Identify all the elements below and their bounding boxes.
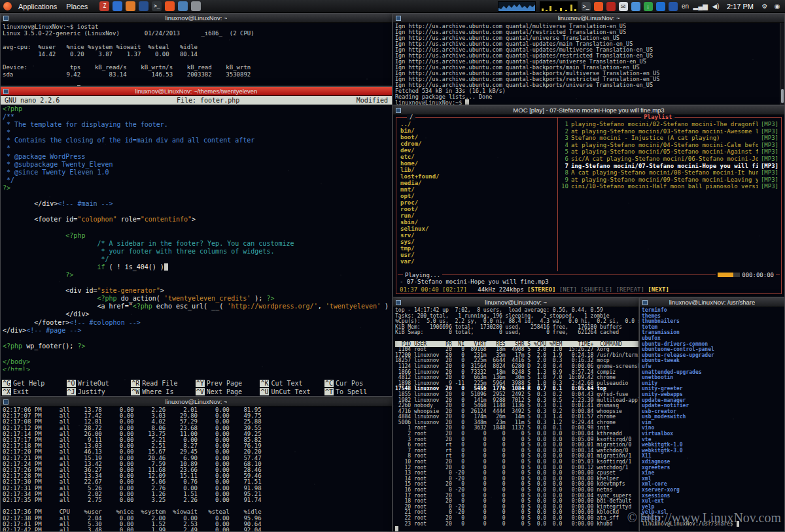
nano-shortcut[interactable]: ^XExit bbox=[2, 388, 67, 396]
bluetooth-tray-icon[interactable] bbox=[669, 2, 678, 11]
nano-shortcut[interactable]: ^UUnCut Text bbox=[260, 388, 324, 396]
window-titlebar[interactable]: linuxnov@LinuxNov: ~ bbox=[1, 14, 392, 23]
nano-shortcut[interactable]: ^OWriteOut bbox=[67, 379, 131, 388]
moc-directory-entry[interactable]: sys/ bbox=[400, 239, 553, 245]
moc-mixer-bar[interactable] bbox=[718, 273, 740, 277]
terminal-output[interactable]: 02:17:06 PM all 13.78 0.00 2.26 2.01 0.0… bbox=[1, 407, 392, 531]
keyboard-layout-indicator[interactable]: en bbox=[681, 2, 690, 11]
moc-file-browser[interactable]: ../bin/boot/cdrom/dev/etc/home/lib/lost+… bbox=[396, 118, 558, 271]
track-title: at playing-Stefano mocini/05-Stefano moc… bbox=[571, 148, 758, 156]
terminal-launcher-icon[interactable]: >_ bbox=[152, 1, 162, 11]
nano-shortcut[interactable]: ^CCur Pos bbox=[324, 379, 389, 388]
moc-directory-entry[interactable]: run/ bbox=[400, 212, 553, 219]
moc-directory-entry[interactable]: srv/ bbox=[400, 232, 553, 239]
chrome-tray-icon[interactable] bbox=[631, 2, 640, 11]
terminal-output[interactable]: linuxnov@LinuxNov:~$ iostatLinux 3.5.0-2… bbox=[1, 23, 392, 86]
moc-directory-entry[interactable]: tmp/ bbox=[400, 245, 553, 252]
moc-directory-entry[interactable]: lib/ bbox=[400, 167, 553, 173]
window-titlebar[interactable]: linuxnov@LinuxNov: ~ bbox=[393, 14, 784, 23]
scrollbar[interactable] bbox=[780, 23, 784, 105]
window-titlebar[interactable]: MOC [play] - 07-Stefano mocini-Hope you … bbox=[393, 106, 784, 115]
terminal-output[interactable]: top - 14:17:42 up 7:02, 8 users, load av… bbox=[393, 307, 638, 531]
window-titlebar-active[interactable]: linuxnov@LinuxNov: ~/themes/twentyeleven bbox=[1, 87, 392, 96]
track-number: 7 bbox=[561, 163, 568, 170]
applications-menu[interactable]: Applications bbox=[16, 0, 60, 13]
line: 01:37 00:40 [02:17] 44kHz 224kbps [STERE… bbox=[400, 286, 778, 293]
window-titlebar[interactable]: linuxnov@LinuxNov: /usr/share bbox=[640, 298, 784, 307]
window-titlebar[interactable]: linuxnov@LinuxNov: ~ bbox=[393, 298, 638, 307]
files-launcher-icon[interactable] bbox=[178, 1, 188, 11]
moc-playlist-item[interactable]: 7 ing-Stefano mocini/07-Stefano mocini-H… bbox=[561, 163, 778, 170]
distro-logo-icon[interactable] bbox=[3, 2, 12, 10]
moc-directory-entry[interactable]: dev/ bbox=[400, 147, 553, 154]
moc-playlist-item[interactable]: 10 cini/10-Stefano mocini-Half moon ball… bbox=[561, 183, 778, 190]
line: <?php bbox=[3, 232, 390, 240]
mail-tray-icon[interactable]: ✉ bbox=[619, 2, 628, 11]
line: usb_modeswitch bbox=[642, 414, 782, 420]
moc-directory-entry[interactable]: proc/ bbox=[400, 199, 553, 206]
moc-playlist-item[interactable]: 8 A cat playing-Stefano mocini/08-Stefan… bbox=[561, 169, 778, 176]
clock[interactable]: 2:17 PM bbox=[724, 3, 756, 10]
track-number: 8 bbox=[561, 169, 568, 176]
nano-shortcut[interactable]: ^YPrev Page bbox=[196, 379, 260, 388]
moc-directory-entry[interactable]: root/ bbox=[400, 206, 553, 212]
dropbox-tray-icon[interactable] bbox=[656, 2, 665, 11]
network-signal-icon[interactable]: ▂▄▆ bbox=[693, 2, 708, 11]
ubuntuone-tray-icon[interactable] bbox=[594, 2, 603, 11]
moc-directory-entry[interactable]: lost+found/ bbox=[400, 173, 553, 180]
moc-playlist-item[interactable]: 6 sic/A cat playing-Stefano mocini/06-St… bbox=[561, 156, 778, 163]
terminal-tray-icon[interactable]: >_ bbox=[582, 2, 591, 11]
moc-directory-entry[interactable]: boot/ bbox=[400, 134, 553, 141]
places-menu[interactable]: Places bbox=[63, 0, 90, 13]
terminal-output[interactable]: terminfothemesthumbnailerstotemtransmiss… bbox=[640, 307, 784, 531]
printer-tray-icon[interactable] bbox=[606, 2, 616, 11]
moc-playlist-item[interactable]: 3 Stefano mocini - Injustice (A cat play… bbox=[561, 135, 778, 142]
moc-directory-entry[interactable]: selinux/ bbox=[400, 225, 553, 232]
terminal-output[interactable]: Ign http://us.archive.ubuntu.com quantal… bbox=[393, 23, 784, 105]
nano-shortcut[interactable]: ^RRead File bbox=[131, 379, 196, 388]
nano-shortcut[interactable]: ^TTo Spell bbox=[324, 388, 389, 396]
moc-directory-entry[interactable]: ../ bbox=[400, 121, 553, 127]
moc-playlist-item[interactable]: 1 playing-Stefano mocini/02-Stefano moci… bbox=[561, 121, 778, 128]
filezilla-launcher-icon[interactable]: Z bbox=[99, 1, 109, 11]
moc-directory-entry[interactable]: opt/ bbox=[400, 193, 553, 199]
nano-shortcut[interactable]: ^GGet Help bbox=[2, 379, 67, 388]
cpu-load-graph-applet[interactable] bbox=[498, 1, 536, 12]
moc-player[interactable]: / Playlist ../bin/boot/cdrom/dev/etc/hom… bbox=[393, 115, 784, 297]
moc-playlist-item[interactable]: 9 at playing-Stefano mocini/09-Stefano m… bbox=[561, 176, 778, 184]
editor-launcher-icon[interactable] bbox=[191, 1, 201, 11]
track-format-tag: [MP3] bbox=[761, 121, 778, 128]
network-load-graph-applet[interactable] bbox=[540, 1, 578, 12]
moc-directory-entry[interactable]: etc/ bbox=[400, 154, 553, 160]
nano-edit-area[interactable]: <?php/** * The template for displaying t… bbox=[1, 105, 392, 371]
firefox-launcher-icon[interactable] bbox=[126, 1, 135, 11]
volume-icon[interactable]: ◀) bbox=[711, 2, 720, 11]
power-menu-icon[interactable]: ◉ bbox=[773, 2, 782, 11]
moc-playlist-item[interactable]: 2 at playing-Stefano mocini/03-Stefano m… bbox=[561, 128, 778, 135]
moc-directory-entry[interactable]: usr/ bbox=[400, 252, 553, 258]
moc-directory-entry[interactable]: bin/ bbox=[400, 127, 553, 134]
track-number: 10 bbox=[561, 183, 568, 190]
moc-playlist-item[interactable]: 4 at playing-Stefano mocini/04-Stefano m… bbox=[561, 142, 778, 149]
moc-directory-entry[interactable]: var/ bbox=[400, 258, 553, 265]
nano-shortcut[interactable]: ^KCut Text bbox=[260, 379, 324, 388]
moc-directory-entry[interactable]: home/ bbox=[400, 160, 553, 167]
download-tray-icon[interactable]: ↓ bbox=[644, 2, 653, 11]
moc-playlist[interactable]: 1 playing-Stefano mocini/02-Stefano moci… bbox=[558, 118, 781, 271]
email-launcher-icon[interactable] bbox=[139, 1, 148, 11]
session-menu-icon[interactable]: ⚙ bbox=[760, 2, 769, 11]
track-number: 9 bbox=[561, 176, 568, 184]
moc-directory-entry[interactable]: media/ bbox=[400, 180, 553, 186]
moc-directory-entry[interactable]: sbin/ bbox=[400, 219, 553, 225]
nano-shortcut[interactable]: ^VNext Page bbox=[196, 388, 260, 396]
nano-shortcut[interactable]: ^JJustify bbox=[67, 388, 131, 396]
moc-playlist-item[interactable]: 5 at playing-Stefano mocini/05-Stefano m… bbox=[561, 148, 778, 156]
scrollbar-thumb[interactable] bbox=[781, 89, 784, 103]
browser-launcher-icon[interactable] bbox=[113, 1, 122, 11]
software-center-launcher-icon[interactable] bbox=[165, 1, 175, 11]
window-title: linuxnov@LinuxNov: ~ bbox=[485, 298, 547, 307]
nano-shortcut[interactable]: ^WWhere Is bbox=[131, 388, 196, 396]
moc-directory-entry[interactable]: mnt/ bbox=[400, 186, 553, 193]
window-titlebar[interactable]: linuxnov@LinuxNov: ~ bbox=[1, 397, 392, 407]
moc-directory-entry[interactable]: cdrom/ bbox=[400, 141, 553, 147]
